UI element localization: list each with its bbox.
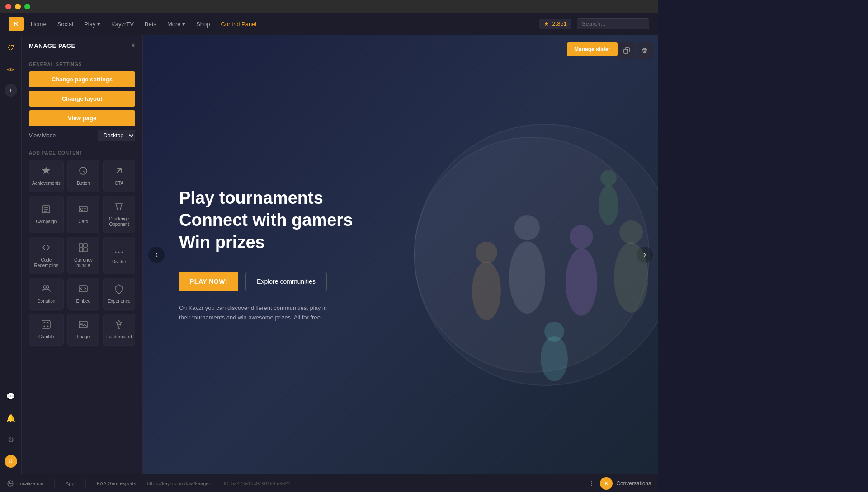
coin-icon: ★ [544,20,549,27]
svg-point-20 [44,322,45,323]
svg-point-6 [81,208,83,211]
manage-panel-header: MANAGE PAGE × [22,35,142,56]
nav-link-play[interactable]: Play ▾ [84,21,100,28]
campaign-icon [41,204,51,216]
bottom-localization[interactable]: Localization [7,480,43,487]
sidebar-icon-settings[interactable]: ⚙ [4,432,18,447]
content-item-leaderboard[interactable]: Leaderboard [103,314,135,346]
view-page-button[interactable]: View page [29,110,135,126]
content-item-cta[interactable]: CTA [103,160,135,192]
hero-characters-svg [387,124,658,386]
general-settings-label: GENERAL SETTINGS [29,62,135,67]
hero-image-area [375,35,658,474]
nav-link-shop[interactable]: Shop [196,21,210,28]
svg-point-14 [118,252,120,253]
add-content-section: ADD PAGE CONTENT Achievements [29,150,135,346]
button-label: Button [77,181,90,186]
sidebar-icon-chat[interactable]: 💬 [4,389,18,403]
content-item-experience[interactable]: Experience [103,278,135,310]
content-item-button[interactable]: Button [67,160,99,192]
close-window-button[interactable] [5,4,11,9]
gamble-label: Gamble [38,334,54,340]
sidebar-icon-bell[interactable]: 🔔 [4,411,18,425]
hero-section: Manage slider ‹ › Play tournaments Conne… [143,35,658,474]
bottom-menu-button[interactable]: ⋮ [589,480,594,487]
content-item-image[interactable]: Image [67,314,99,346]
hero-description: On Kayzr you can discover different comm… [179,304,333,323]
leaderboard-icon [114,319,124,332]
nav-link-social[interactable]: Social [57,21,73,28]
svg-point-23 [47,326,49,327]
button-icon [78,166,88,178]
cta-icon [114,166,124,178]
content-item-challenge[interactable]: Challenge Opponent [103,196,135,233]
view-mode-label: View Mode [29,132,56,139]
sidebar-add-button[interactable]: + [5,84,17,97]
content-item-code-redemption[interactable]: Code Redemption [29,237,64,274]
svg-rect-10 [84,244,87,247]
search-input[interactable] [577,18,649,29]
manage-panel-close[interactable]: × [131,42,135,50]
sidebar-icon-shield[interactable]: 🛡 [4,41,18,55]
nav-link-more[interactable]: More ▾ [167,21,185,28]
content-item-currency-bundle[interactable]: Currency bundle [67,237,99,274]
play-now-button[interactable]: PLAY NOW! [179,272,238,291]
content-item-donation[interactable]: Donation [29,278,64,310]
svg-point-32 [566,248,597,316]
svg-point-16 [43,286,46,288]
svg-rect-9 [79,244,83,247]
content-item-campaign[interactable]: Campaign [29,196,64,233]
cta-label: CTA [115,181,123,186]
content-item-card[interactable]: Card [67,196,99,233]
donation-label: Donation [37,299,55,304]
change-layout-button[interactable]: Change layout [29,91,135,107]
main-content: Manage slider ‹ › Play tournaments Conne… [143,35,658,474]
svg-point-0 [80,167,87,174]
svg-point-22 [44,326,45,327]
explore-communities-button[interactable]: Explore communities [245,272,327,291]
minimize-window-button[interactable] [15,4,21,9]
image-icon [78,319,88,332]
svg-point-13 [115,252,117,253]
embed-label: Embed [76,299,91,304]
nav-link-bets[interactable]: Bets [145,21,156,28]
bottom-app[interactable]: App [66,481,75,486]
hero-title-line1: Play tournaments [179,187,353,209]
donation-icon [41,284,51,296]
conversation-avatar: K [600,477,613,490]
svg-point-37 [544,322,564,342]
view-mode-select[interactable]: Desktop Mobile Tablet [98,130,135,141]
view-mode-row: View Mode Desktop Mobile Tablet [29,130,135,141]
sidebar-icon-avatar[interactable]: U [4,454,18,469]
maximize-window-button[interactable] [24,4,30,9]
nav-link-kayzrtv[interactable]: KayzrTV [111,21,134,28]
bottom-divider [54,479,55,488]
svg-point-21 [47,322,49,323]
experience-icon [114,284,124,296]
bottom-url: https://kayzr.com/kaa/kaagent [147,481,213,486]
nav-link-home[interactable]: Home [31,21,47,28]
currency-amount: 2.851 [552,20,567,27]
embed-icon [78,284,88,296]
hero-title: Play tournaments Connect with gamers Win… [179,187,353,254]
svg-point-34 [614,242,648,313]
campaign-label: Campaign [36,219,57,225]
content-item-gamble[interactable]: Gamble [29,314,64,346]
hero-title-line2: Connect with gamers [179,209,353,231]
svg-rect-12 [84,248,87,252]
content-item-achievements[interactable]: Achievements [29,160,64,192]
sidebar-icon-code[interactable]: </> [4,62,18,77]
nav-link-controlpanel[interactable]: Control Panel [221,21,256,28]
team-name: KAA Gent esports [97,481,136,486]
divider-icon [114,246,124,257]
nav-right: ★ 2.851 [539,18,649,29]
svg-point-38 [472,262,501,320]
change-page-settings-button[interactable]: Change page settings [29,71,135,87]
content-item-embed[interactable]: Embed [67,278,99,310]
card-label: Card [79,219,89,225]
mac-titlebar [0,0,658,13]
content-item-divider[interactable]: Divider [103,237,135,274]
bottom-conversations[interactable]: K Conversations [600,477,651,490]
url-text: https://kayzr.com/kaa/kaagent [147,481,213,486]
achievements-label: Achievements [32,181,61,186]
